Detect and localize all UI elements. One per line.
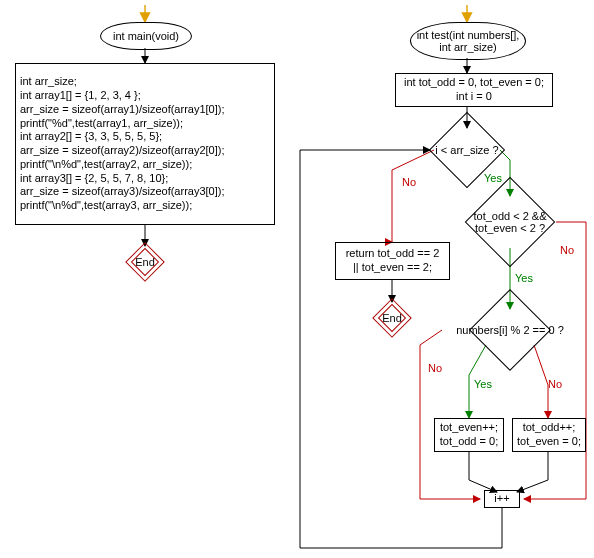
cond-counts-label: tot_odd < 2 && tot_even < 2 ? xyxy=(473,210,546,234)
cond-mod-label: numbers[i] % 2 == 0 ? xyxy=(440,324,580,336)
return-text: return tot_odd == 2 || tot_even == 2; xyxy=(346,247,440,275)
start-test-label: int test(int numbers[], int arr_size) xyxy=(417,29,520,53)
main-body: int arr_size; int array1[] = {1, 2, 3, 4… xyxy=(15,63,275,225)
flow-start-test: int test(int numbers[], int arr_size) xyxy=(410,22,526,60)
cond-i-label: i < arr_size ? xyxy=(435,144,498,156)
start-main-label: int main(void) xyxy=(113,30,179,42)
end-test-label: End xyxy=(382,312,402,324)
return-box: return tot_odd == 2 || tot_even == 2; xyxy=(335,242,450,280)
end-main-label: End xyxy=(135,256,155,268)
edge-yes-1: Yes xyxy=(484,172,502,184)
inc-odd-text: tot_odd++; tot_even = 0; xyxy=(517,421,581,449)
edge-no-4: No xyxy=(428,362,442,374)
ipp: i++ xyxy=(484,490,520,508)
inc-even: tot_even++; tot_odd = 0; xyxy=(434,418,504,452)
edge-yes-3: Yes xyxy=(474,378,492,390)
inc-odd: tot_odd++; tot_even = 0; xyxy=(512,418,586,452)
flow-start-main: int main(void) xyxy=(100,22,192,50)
edge-no-3: No xyxy=(548,378,562,390)
edge-no-1: No xyxy=(402,176,416,188)
init-text: int tot_odd = 0, tot_even = 0; int i = 0 xyxy=(404,76,544,104)
main-body-text: int arr_size; int array1[] = {1, 2, 3, 4… xyxy=(20,75,224,213)
init-box: int tot_odd = 0, tot_even = 0; int i = 0 xyxy=(395,73,553,107)
ipp-text: i++ xyxy=(494,492,509,506)
edge-no-2: No xyxy=(560,244,574,256)
inc-even-text: tot_even++; tot_odd = 0; xyxy=(440,421,498,449)
edge-yes-2: Yes xyxy=(515,272,533,284)
